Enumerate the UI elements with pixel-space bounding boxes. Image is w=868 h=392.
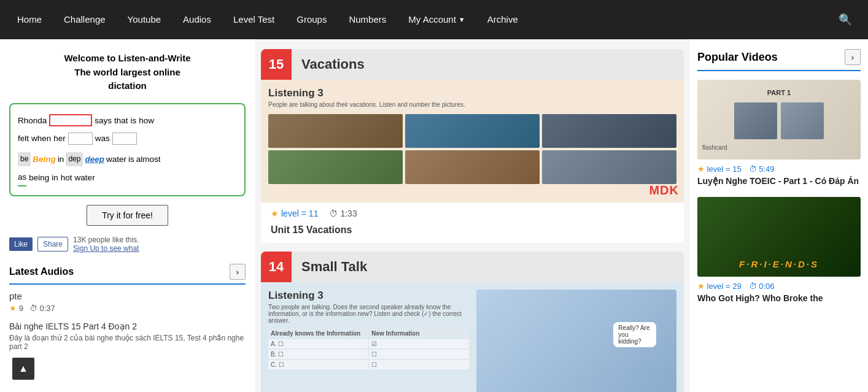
card-desc-vacations: People are talking about their vacations… (268, 101, 676, 108)
audio-item-ielts: Bài nghe IELTS 15 Part 4 Đoạn 2 Đây là đ… (9, 321, 246, 351)
pop-video-name-toeic[interactable]: Luyện Nghe TOEIC - Part 1 - Có Đáp Án (697, 176, 861, 186)
search-icon[interactable]: 🔍 (829, 13, 862, 26)
photo-3 (542, 114, 676, 148)
clock-icon-vacations: ⏱ (329, 209, 338, 218)
card-thumbnail-smalltalk[interactable]: Listening 3 Two people are talking. Does… (261, 282, 684, 392)
nav-numbers[interactable]: Numbers (338, 0, 397, 39)
nav-challenge[interactable]: Challenge (53, 0, 117, 39)
fb-signup[interactable]: Sign Up to see what (73, 244, 139, 253)
clock-icon-pte: ⏱ (29, 304, 37, 313)
nav-archive[interactable]: Archive (476, 0, 529, 39)
popular-title: Popular Videos (697, 51, 778, 64)
latest-audios-header: Latest Audios › (9, 264, 246, 285)
card-full-title-vacations[interactable]: Unit 15 Vacations (261, 225, 684, 243)
main-content: 15 Vacations Listening 3 People are talk… (255, 39, 690, 392)
card-thumbnail-vacations[interactable]: Listening 3 People are talking about the… (261, 80, 684, 202)
facebook-bar: Like Share 13K people like this. Sign Up… (9, 236, 246, 253)
star-icon-vacations: ★ (271, 209, 279, 218)
nav-level-test[interactable]: Level Test (222, 0, 285, 39)
fb-share-button[interactable]: Share (37, 237, 68, 252)
pop-video-name-friends[interactable]: Who Got High? Who Broke the (697, 293, 861, 303)
star-icon-pte: ★ (9, 304, 17, 313)
pop-video-thumb-toeic[interactable]: PART 1 flashcard (697, 80, 861, 159)
toeic-photo-left (734, 102, 777, 139)
scroll-top-button[interactable]: ▲ (12, 358, 34, 380)
pop-video-thumb-friends[interactable]: F·R·I·E·N·D·S (697, 197, 861, 277)
fb-like-button[interactable]: Like (9, 237, 33, 251)
card-number-badge-smalltalk: 14 (261, 252, 292, 282)
clock-icon-friends: ⏱ (749, 282, 757, 291)
tag-deep: deep (85, 152, 104, 167)
nav-youtube[interactable]: Youtube (117, 0, 172, 39)
photo-5 (405, 150, 540, 184)
nav-groups[interactable]: Groups (285, 0, 338, 39)
nav-audios[interactable]: Audios (172, 0, 222, 39)
sidebar-title: Welcome to Listen-and-Write The world la… (9, 52, 246, 93)
level-label-vacations: level = (281, 209, 306, 218)
pop-video-meta-toeic: ★ level = 15 ⏱ 5:49 (697, 164, 861, 174)
chevron-down-icon: ▼ (459, 0, 465, 39)
toeic-photo-right (781, 102, 824, 139)
photo-6 (542, 150, 676, 184)
fb-count: 13K people like this. (73, 236, 139, 244)
dictation-preview: Rhonda says that is how felt when her wa… (9, 103, 246, 197)
popular-next-button[interactable]: › (845, 49, 861, 65)
audio-subtitle-ielts: Đây là đoạn thứ 2 của bài nghe thuộc sác… (9, 334, 246, 351)
dictation-input2[interactable] (68, 133, 93, 145)
video-card-vacations: 15 Vacations Listening 3 People are talk… (261, 49, 684, 243)
card-info-bar-vacations: ★ level = 11 ⏱ 1:33 (261, 202, 684, 225)
pop-video-friends: F·R·I·E·N·D·S ★ level = 29 ⏱ 0:06 Who Go… (697, 197, 861, 303)
left-sidebar: Welcome to Listen-and-Write The world la… (0, 39, 255, 392)
star-icon-friends: ★ (697, 282, 705, 291)
listening-label-vacations: Listening 3 (268, 87, 676, 99)
card-title-smalltalk: Small Talk (292, 253, 377, 281)
card-title-vacations: Vacations (292, 50, 374, 79)
audio-item-pte: pte ★ 9 ⏱ 0:37 (9, 291, 246, 313)
latest-audios-title: Latest Audios (9, 266, 74, 277)
tag-be: be (18, 152, 31, 166)
try-free-button[interactable]: Try it for free! (87, 205, 168, 226)
toeic-label: flashcard (702, 144, 727, 151)
popular-videos-header: Popular Videos › (697, 49, 861, 71)
main-nav: Home Challenge Youtube Audios Level Test… (0, 0, 868, 39)
listening-label-smalltalk: Listening 3 (268, 290, 469, 302)
latest-audios-next-button[interactable]: › (230, 264, 246, 280)
tag-being: Being (33, 152, 56, 167)
friends-logo: F·R·I·E·N·D·S (739, 259, 819, 269)
video-card-smalltalk: 14 Small Talk Listening 3 Two people are… (261, 252, 684, 392)
audio-title-pte[interactable]: pte (9, 291, 246, 301)
dictation-input3[interactable] (112, 133, 137, 145)
star-icon-toeic: ★ (697, 164, 705, 174)
nav-my-account[interactable]: My Account ▼ (397, 0, 476, 39)
pop-video-toeic: PART 1 flashcard ★ level = 15 ⏱ 5:49 Luy… (697, 80, 861, 186)
clock-icon-toeic: ⏱ (749, 164, 757, 174)
photo-2 (405, 114, 540, 148)
tag-dep: dep (66, 152, 83, 166)
audio-title-ielts[interactable]: Bài nghe IELTS 15 Part 4 Đoạn 2 (9, 321, 246, 331)
card-number-badge-vacations: 15 (261, 49, 292, 80)
photo-4 (268, 150, 403, 184)
card-desc-smalltalk: Two people are talking. Does the second … (268, 304, 469, 324)
photo-1 (268, 114, 403, 148)
right-sidebar: Popular Videos › PART 1 flashcard ★ leve… (690, 39, 868, 392)
mdk-watermark: MDK (649, 183, 679, 198)
dictation-input1[interactable] (49, 114, 92, 126)
nav-home[interactable]: Home (6, 0, 53, 39)
dictation-word1: Rhonda (18, 113, 47, 129)
pop-video-meta-friends: ★ level = 29 ⏱ 0:06 (697, 282, 861, 291)
